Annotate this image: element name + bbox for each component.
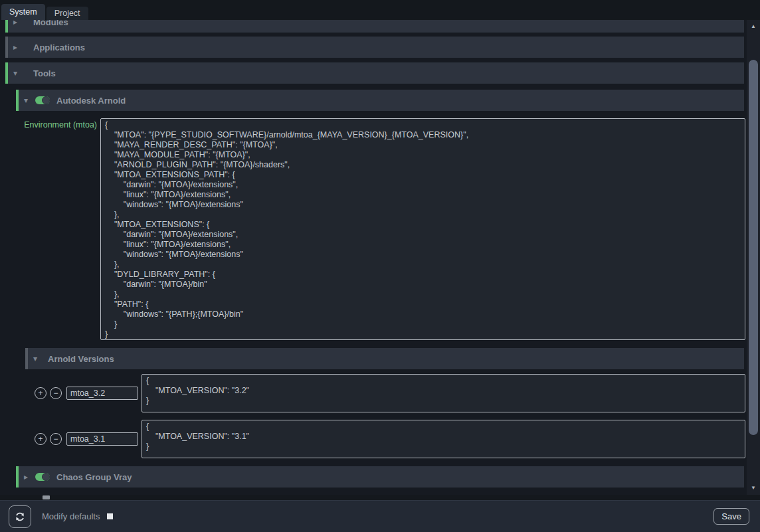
modify-defaults-label: Modify defaults <box>42 511 100 521</box>
group-header-arnold-versions[interactable]: ▾ Arnold Versions <box>25 348 744 369</box>
chevron-right-icon: ▸ <box>24 472 33 482</box>
refresh-button[interactable] <box>9 505 31 528</box>
settings-scroll-area: ▸ Modules ▸ Applications ▾ Tools ▾ Autod… <box>0 20 760 495</box>
modify-defaults-checkbox[interactable] <box>107 513 113 519</box>
version-row: + − { "MTOA_VERSION": "3.2" } <box>35 374 747 412</box>
add-version-button[interactable]: + <box>35 433 47 445</box>
environment-row: Environment (mtoa) { "MTOA": "{PYPE_STUD… <box>0 118 747 340</box>
version-row: + − { "MTOA_VERSION": "3.1" } <box>35 420 747 458</box>
tab-project-label: Project <box>54 9 80 18</box>
arnold-group-label: Autodesk Arnold <box>56 96 126 106</box>
section-header-tools[interactable]: ▾ Tools <box>5 62 744 84</box>
chevron-down-icon: ▾ <box>13 68 23 78</box>
version-name-input[interactable] <box>66 387 138 400</box>
tab-bar: System Project <box>0 0 760 20</box>
save-button[interactable]: Save <box>713 508 749 525</box>
remove-version-button[interactable]: − <box>50 387 62 399</box>
vray-enabled-toggle[interactable] <box>35 473 50 481</box>
toggle-knob <box>42 473 50 481</box>
scroll-down-button[interactable]: ▼ <box>747 484 760 493</box>
environment-mtoa-textarea[interactable]: { "MTOA": "{PYPE_STUDIO_SOFTWARE}/arnold… <box>100 118 745 340</box>
scroll-up-button[interactable]: ▲ <box>747 22 760 31</box>
vray-group-label: Chaos Group Vray <box>56 472 132 482</box>
environment-mtoa-label: Environment (mtoa) <box>0 118 97 130</box>
chevron-right-icon: ▸ <box>13 20 23 27</box>
chevron-down-icon: ▾ <box>33 354 43 363</box>
section-applications-label: Applications <box>33 43 85 52</box>
settings-content: ▸ Modules ▸ Applications ▾ Tools ▾ Autod… <box>0 20 747 495</box>
section-header-applications[interactable]: ▸ Applications <box>5 37 744 58</box>
footer-bar: Modify defaults Save <box>0 500 760 532</box>
version-name-input[interactable] <box>66 432 138 446</box>
group-header-chaos-group-vray[interactable]: ▸ Chaos Group Vray <box>16 466 744 488</box>
remove-version-button[interactable]: − <box>50 433 62 445</box>
refresh-icon <box>14 511 26 523</box>
section-header-modules[interactable]: ▸ Modules <box>5 20 744 33</box>
tab-project[interactable]: Project <box>47 7 88 20</box>
settings-window: { "tabs": [ { "label": "System" }, { "la… <box>0 0 760 532</box>
group-header-autodesk-arnold[interactable]: ▾ Autodesk Arnold <box>16 90 744 111</box>
tab-system[interactable]: System <box>1 4 45 20</box>
version-value-textarea[interactable]: { "MTOA_VERSION": "3.1" } <box>142 420 745 458</box>
arnold-enabled-toggle[interactable] <box>35 96 50 104</box>
version-value-textarea[interactable]: { "MTOA_VERSION": "3.2" } <box>142 374 745 412</box>
tab-system-label: System <box>9 7 37 17</box>
section-tools-label: Tools <box>33 68 56 78</box>
scrollbar-thumb[interactable] <box>749 60 758 435</box>
toggle-knob <box>42 96 50 104</box>
chevron-down-icon: ▾ <box>24 96 33 105</box>
add-version-button[interactable]: + <box>35 387 47 399</box>
arnold-versions-label: Arnold Versions <box>48 354 114 364</box>
vertical-scrollbar: ▲ ▼ <box>747 20 760 495</box>
chevron-right-icon: ▸ <box>13 43 23 52</box>
section-modules-label: Modules <box>33 20 68 27</box>
horizontal-scrollbar-thumb[interactable] <box>43 495 50 499</box>
horizontal-scrollbar <box>0 495 760 500</box>
